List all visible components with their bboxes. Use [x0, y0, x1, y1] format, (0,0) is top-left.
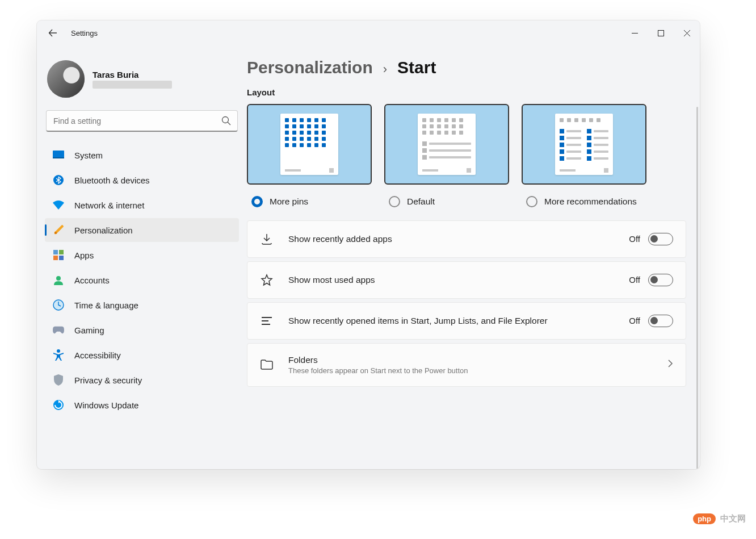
- toggle-switch[interactable]: [648, 233, 673, 245]
- sidebar-item-label: Gaming: [74, 325, 104, 335]
- setting-most-used: Show most used apps Off: [247, 261, 686, 299]
- sidebar-item-label: Accounts: [74, 275, 110, 285]
- clock-globe-icon: [53, 299, 64, 311]
- app-title: Settings: [71, 29, 98, 37]
- sidebar-item-bluetooth[interactable]: Bluetooth & devices: [45, 168, 239, 192]
- star-icon: [260, 273, 274, 287]
- minimize-button[interactable]: [621, 20, 648, 45]
- sidebar-item-network[interactable]: Network & internet: [45, 193, 239, 217]
- radio-more-recommendations[interactable]: More recommendations: [522, 196, 646, 208]
- toggle-switch[interactable]: [648, 315, 673, 327]
- toggle-state: Off: [629, 316, 640, 325]
- setting-title: Show most used apps: [288, 275, 614, 285]
- sidebar-item-label: Time & language: [74, 300, 138, 310]
- setting-recently-opened: Show recently opened items in Start, Jum…: [247, 302, 686, 340]
- scrollbar[interactable]: [696, 107, 698, 469]
- sidebar: Taras Buria System Bluetooth & devices: [37, 45, 247, 469]
- sidebar-item-label: Personalization: [74, 225, 133, 235]
- svg-point-1: [222, 117, 229, 123]
- apps-icon: [53, 249, 64, 261]
- display-icon: [53, 149, 64, 161]
- svg-rect-9: [59, 256, 64, 260]
- watermark: php 中文网: [693, 513, 746, 524]
- settings-window: Settings Taras Buria: [37, 20, 700, 469]
- sidebar-item-label: Apps: [74, 250, 94, 260]
- layout-card-more-recommendations[interactable]: [522, 104, 646, 185]
- radio-label: More pins: [270, 196, 308, 208]
- setting-folders[interactable]: Folders These folders appear on Start ne…: [247, 343, 686, 387]
- sidebar-item-label: Privacy & security: [74, 375, 142, 385]
- avatar: [47, 60, 85, 98]
- radio-icon: [526, 196, 537, 207]
- chevron-right-icon: ›: [383, 62, 387, 77]
- chevron-right-icon: [667, 359, 673, 370]
- search-box: [46, 110, 238, 132]
- svg-point-13: [57, 349, 60, 353]
- sidebar-item-accounts[interactable]: Accounts: [45, 268, 239, 292]
- profile-email-redacted: [93, 81, 172, 89]
- setting-title: Show recently added apps: [288, 234, 614, 244]
- setting-title: Folders: [288, 355, 653, 365]
- radio-more-pins[interactable]: More pins: [247, 196, 372, 208]
- main-panel: Personalization › Start Layout: [247, 45, 700, 469]
- window-controls: [621, 20, 700, 45]
- setting-title: Show recently opened items in Start, Jum…: [288, 316, 614, 326]
- toggle-state: Off: [629, 275, 640, 285]
- profile-block[interactable]: Taras Buria: [47, 60, 237, 98]
- accessibility-icon: [53, 349, 64, 361]
- sidebar-item-personalization[interactable]: Personalization: [45, 218, 239, 242]
- back-button[interactable]: [47, 27, 58, 39]
- folder-icon: [260, 358, 274, 371]
- layout-card-default[interactable]: [384, 104, 509, 185]
- search-icon: [221, 116, 231, 128]
- radio-label: Default: [407, 196, 435, 208]
- radio-label: More recommendations: [544, 196, 637, 208]
- search-input[interactable]: [46, 110, 238, 132]
- layout-card-more-pins[interactable]: [247, 104, 372, 185]
- close-button[interactable]: [674, 20, 700, 45]
- update-icon: [53, 399, 64, 411]
- page-title: Start: [397, 58, 436, 77]
- setting-description: These folders appear on Start next to th…: [288, 366, 653, 375]
- wifi-icon: [53, 199, 64, 211]
- maximize-button[interactable]: [648, 20, 674, 45]
- sidebar-item-windows-update[interactable]: Windows Update: [45, 393, 239, 417]
- bluetooth-icon: [53, 174, 64, 186]
- gamepad-icon: [53, 324, 64, 336]
- svg-rect-6: [53, 250, 58, 254]
- sidebar-item-gaming[interactable]: Gaming: [45, 318, 239, 342]
- breadcrumb-parent[interactable]: Personalization: [247, 58, 373, 77]
- layout-section-label: Layout: [247, 87, 686, 97]
- radio-icon: [251, 196, 263, 207]
- setting-recently-added: Show recently added apps Off: [247, 220, 686, 258]
- sidebar-item-system[interactable]: System: [45, 143, 239, 167]
- sidebar-item-accessibility[interactable]: Accessibility: [45, 343, 239, 367]
- shield-icon: [53, 374, 64, 386]
- radio-default[interactable]: Default: [384, 196, 509, 208]
- svg-point-10: [56, 276, 61, 281]
- svg-rect-3: [53, 157, 64, 158]
- sidebar-item-label: System: [74, 151, 103, 160]
- sidebar-item-apps[interactable]: Apps: [45, 243, 239, 267]
- titlebar: Settings: [37, 20, 700, 45]
- profile-name: Taras Buria: [93, 70, 172, 80]
- svg-point-5: [54, 232, 57, 234]
- layout-radio-group: More pins Default More recommendations: [247, 196, 686, 208]
- svg-rect-8: [53, 256, 58, 260]
- sidebar-item-label: Bluetooth & devices: [74, 176, 150, 185]
- toggle-switch[interactable]: [648, 274, 673, 286]
- sidebar-item-time-language[interactable]: Time & language: [45, 293, 239, 317]
- watermark-logo: php: [693, 513, 716, 524]
- layout-options: [247, 104, 686, 185]
- svg-rect-7: [59, 250, 64, 254]
- watermark-text: 中文网: [720, 513, 746, 524]
- sidebar-item-label: Accessibility: [74, 350, 121, 360]
- sidebar-item-label: Windows Update: [74, 400, 138, 410]
- toggle-state: Off: [629, 234, 640, 244]
- person-icon: [53, 274, 64, 286]
- sidebar-item-privacy[interactable]: Privacy & security: [45, 368, 239, 392]
- sidebar-item-label: Network & internet: [74, 200, 144, 210]
- nav-list: System Bluetooth & devices Network & int…: [45, 143, 239, 417]
- breadcrumb: Personalization › Start: [247, 58, 686, 77]
- svg-rect-0: [658, 30, 663, 36]
